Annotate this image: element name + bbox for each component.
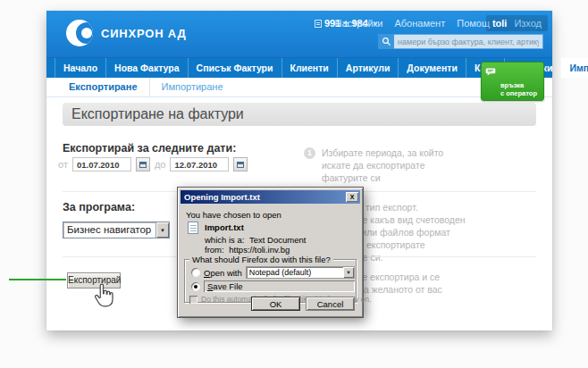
to-label: до [155, 159, 166, 170]
from-label: от [58, 159, 68, 170]
tab-import-export[interactable]: Импорт/експорт [561, 58, 588, 78]
calendar-icon [139, 162, 147, 168]
annotation-pointer-line [9, 279, 66, 280]
tab-articles[interactable]: Артикули [338, 58, 399, 78]
open-with-label: Open with [204, 268, 242, 278]
page-title-bar: Експортиране на фактури [63, 103, 536, 126]
combo-dropdown-button[interactable]: ▼ [343, 267, 354, 278]
text-file-icon [188, 222, 198, 234]
ok-button[interactable]: OK [251, 297, 300, 311]
open-with-combobox[interactable]: Notepad (default) ▼ [246, 266, 355, 279]
save-file-row: Save File [191, 280, 355, 292]
tab-new-invoice[interactable]: Нова Фактура [106, 58, 189, 78]
company-logo[interactable]: СИНХРОН АД [66, 20, 187, 46]
app-header: СИНХРОН АД 991 ± 984 ▼ Настройки Абонаме… [46, 11, 552, 57]
file-type-value: Text Document [249, 235, 306, 245]
open-with-value: Notepad (default) [247, 267, 343, 278]
operator-chat-label: връзка с оператор [500, 81, 537, 97]
search-button[interactable] [378, 34, 394, 49]
download-dialog: Opening Import.txt X You have chosen to … [177, 187, 364, 318]
program-section-label: За програма: [63, 201, 135, 213]
username: toli [492, 18, 508, 29]
help-1-text: Избирате периода, за който искате да екс… [322, 146, 527, 184]
dialog-intro-text: You have chosen to open [186, 210, 281, 220]
search-icon [382, 37, 391, 46]
company-name: СИНХРОН АД [101, 27, 187, 40]
file-source-label: from: [205, 245, 224, 255]
tab-clients[interactable]: Клиенти [282, 58, 338, 78]
subtab-import[interactable]: Импортиране [150, 78, 235, 96]
subtab-export[interactable]: Експортиране [57, 78, 150, 96]
auto-action-checkbox[interactable] [189, 296, 197, 304]
sub-nav: Експортиране Импортиране [46, 78, 552, 97]
program-select-value: Бизнес навигатор [63, 222, 155, 238]
save-file-field[interactable]: Save File [204, 280, 355, 292]
calendar-icon [237, 162, 244, 168]
link-settings[interactable]: Настройки [335, 18, 383, 29]
quick-search [378, 34, 543, 49]
file-source-value: https://toli.inv.bg [229, 245, 290, 255]
operator-chat-button[interactable]: връзка с оператор [481, 62, 544, 101]
logo-crescent-icon [66, 20, 93, 46]
link-subscription[interactable]: Абонамент [394, 18, 445, 29]
help-item-1: 1 Избирате периода, за който искате да е… [322, 146, 527, 184]
program-select[interactable]: Бизнес навигатор ▼ [63, 222, 170, 238]
logout-link[interactable]: Изход [514, 18, 542, 29]
save-file-label: Save File [207, 281, 243, 291]
main-nav: Начало Нова Фактура Списък Фактури Клиен… [46, 57, 552, 78]
dialog-title: Opening Import.txt [184, 192, 260, 202]
dates-row: от до [58, 157, 248, 171]
tab-home[interactable]: Начало [55, 58, 106, 78]
page-title: Експортиране на фактури [63, 103, 536, 126]
open-with-radio[interactable] [191, 268, 200, 277]
dialog-titlebar[interactable]: Opening Import.txt X [181, 190, 360, 204]
hand-cursor-icon [92, 283, 115, 310]
dialog-filename: Import.txt [205, 222, 244, 232]
file-type-label: which is a: [205, 235, 244, 245]
cancel-button[interactable]: Cancel [306, 297, 355, 311]
groupbox-label: What should Firefox do with this file? [189, 255, 333, 264]
dates-section-label: Експортирай за следните дати: [63, 142, 236, 155]
link-help[interactable]: Помощ [457, 18, 490, 29]
date-from-input[interactable] [72, 157, 131, 171]
tab-documents[interactable]: Документи [399, 58, 466, 78]
file-source-row: from: https://toli.inv.bg [205, 245, 290, 255]
user-menu[interactable]: toli Изход [486, 15, 548, 31]
open-with-row: Open with Notepad (default) ▼ [191, 266, 355, 279]
date-to-calendar-button[interactable] [233, 157, 248, 171]
dialog-close-button[interactable]: X [346, 192, 358, 202]
date-from-calendar-button[interactable] [136, 157, 150, 171]
search-input[interactable] [394, 34, 543, 49]
tab-invoice-list[interactable]: Списък Фактури [189, 58, 282, 78]
select-dropdown-button[interactable]: ▼ [155, 222, 169, 238]
step-1-badge: 1 [304, 147, 315, 159]
date-to-input[interactable] [170, 157, 229, 171]
save-file-radio[interactable] [191, 282, 200, 291]
invoices-count-icon [315, 20, 322, 28]
chat-bubble-icon [485, 68, 496, 76]
header-links: Настройки Абонамент Помощ [335, 18, 490, 29]
file-type-row: which is a: Text Document [205, 235, 306, 245]
